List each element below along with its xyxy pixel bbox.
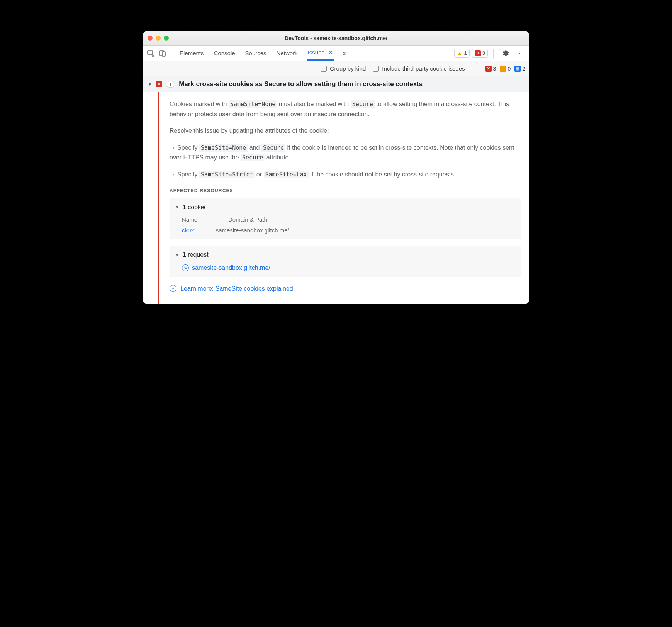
group-by-kind-label: Group by kind	[330, 65, 366, 72]
tab-sources[interactable]: Sources	[244, 46, 267, 60]
tab-network[interactable]: Network	[276, 46, 299, 60]
inspect-icon[interactable]	[147, 49, 154, 57]
warnings-count: 1	[464, 50, 467, 56]
request-link[interactable]: samesite-sandbox.glitch.me/	[192, 263, 270, 273]
affected-cookies-panel: ▼ 1 cookie Name Domain & Path ck02 sames…	[170, 198, 521, 239]
maximize-window-button[interactable]	[164, 36, 169, 41]
learn-more-link[interactable]: Learn more: SameSite cookies explained	[180, 284, 293, 294]
main-toolbar: Elements Console Sources Network Issues …	[143, 46, 529, 61]
tab-issues[interactable]: Issues ✕	[307, 46, 334, 61]
group-by-kind-checkbox[interactable]: Group by kind	[321, 65, 366, 72]
network-request-icon: ⇅	[182, 264, 189, 271]
issue-resolution-intro: Resolve this issue by updating the attri…	[170, 126, 521, 136]
chevron-down-icon: ▼	[175, 251, 180, 259]
chevron-down-icon: ▼	[175, 203, 180, 211]
include-third-party-checkbox[interactable]: Include third-party cookie issues	[373, 65, 465, 72]
close-window-button[interactable]	[148, 36, 153, 41]
error-icon: ✕	[475, 50, 481, 56]
tab-issues-label: Issues	[308, 49, 324, 56]
device-toolbar-icon[interactable]	[159, 49, 166, 57]
svg-rect-2	[162, 52, 165, 56]
warning-icon: ▲	[457, 50, 463, 56]
warning-icon: !	[500, 66, 506, 72]
issue-bullet-2: →Specify SameSite=Strict or SameSite=Lax…	[170, 169, 521, 180]
expand-caret-icon[interactable]: ▼	[148, 81, 152, 87]
filter-warning-count[interactable]: !0	[500, 66, 511, 72]
issues-filter-bar: Group by kind Include third-party cookie…	[143, 61, 529, 76]
issue-title: Mark cross-site cookies as Secure to all…	[179, 80, 423, 88]
tab-elements[interactable]: Elements	[179, 46, 205, 60]
error-icon: ✕	[485, 66, 492, 72]
include-third-party-label: Include third-party cookie issues	[382, 65, 465, 72]
arrow-right-circle-icon: →	[170, 285, 176, 292]
errors-count: 3	[482, 50, 485, 56]
learn-more-row: → Learn more: SameSite cookies explained	[170, 284, 521, 294]
col-name: Name	[182, 215, 197, 224]
affected-requests-panel: ▼ 1 request ⇅ samesite-sandbox.glitch.me…	[170, 246, 521, 276]
info-icon: ▤	[514, 66, 521, 72]
request-row: ⇅ samesite-sandbox.glitch.me/	[175, 263, 515, 273]
issue-row[interactable]: ▼ ✕ 1 Mark cross-site cookies as Secure …	[143, 76, 529, 92]
window-title: DevTools - samesite-sandbox.glitch.me/	[143, 35, 529, 41]
window-titlebar: DevTools - samesite-sandbox.glitch.me/	[143, 31, 529, 46]
filter-error-count[interactable]: ✕3	[485, 66, 496, 72]
more-tabs-icon[interactable]: »	[343, 49, 346, 57]
col-domain-path: Domain & Path	[228, 215, 267, 224]
close-icon[interactable]: ✕	[328, 49, 333, 56]
error-icon: ✕	[156, 81, 162, 87]
errors-pill[interactable]: ✕ 3	[472, 49, 488, 58]
affected-resources-label: AFFECTED RESOURCES	[170, 187, 521, 195]
cookie-row: ck02 samesite-sandbox.glitch.me/	[175, 226, 515, 235]
issue-count-chip: 1	[166, 81, 175, 88]
svg-rect-0	[148, 51, 153, 54]
devtools-window: DevTools - samesite-sandbox.glitch.me/ E…	[143, 31, 529, 304]
more-options-icon[interactable]: ⋮	[514, 49, 525, 58]
minimize-window-button[interactable]	[156, 36, 161, 41]
warnings-pill[interactable]: ▲ 1	[454, 49, 470, 58]
cookie-link[interactable]: ck02	[182, 226, 194, 235]
panel-tabs: Elements Console Sources Network Issues …	[179, 46, 453, 61]
affected-requests-toggle[interactable]: ▼ 1 request	[175, 250, 515, 260]
issue-bullet-1: →Specify SameSite=None and Secure if the…	[170, 143, 521, 163]
traffic-lights	[148, 36, 169, 41]
cookie-domain-path: samesite-sandbox.glitch.me/	[216, 226, 289, 235]
issue-description: Cookies marked with SameSite=None must a…	[170, 99, 521, 119]
settings-icon[interactable]	[499, 49, 511, 57]
issue-body: Cookies marked with SameSite=None must a…	[143, 92, 529, 304]
tab-console[interactable]: Console	[213, 46, 236, 60]
filter-info-count[interactable]: ▤2	[514, 66, 525, 72]
affected-cookies-toggle[interactable]: ▼ 1 cookie	[175, 202, 515, 212]
